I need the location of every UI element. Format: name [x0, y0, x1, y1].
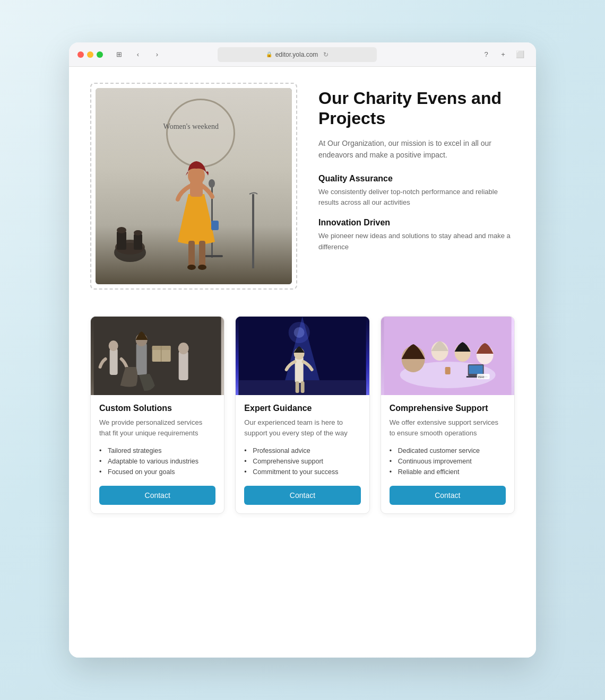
hero-description: At Our Organization, our mission is to e…	[318, 137, 515, 161]
svg-point-14	[198, 265, 206, 270]
svg-rect-31	[296, 381, 299, 393]
card-image-1	[91, 317, 224, 395]
contact-button-3[interactable]: Contact	[390, 486, 506, 505]
feature-innovation-desc: We pioneer new ideas and solutions to st…	[318, 231, 515, 253]
card-img-svg-2	[236, 317, 369, 395]
stage-svg	[96, 88, 292, 284]
svg-point-5	[134, 230, 142, 235]
card-img-svg-3: ISHI	[381, 317, 514, 395]
svg-point-19	[109, 340, 118, 351]
svg-rect-18	[110, 348, 118, 375]
refresh-icon: ↻	[323, 51, 329, 58]
feature-innovation: Innovation Driven We pioneer new ideas a…	[318, 218, 515, 253]
card-list-1: Tailored strategies Adaptable to various…	[99, 445, 215, 477]
card-list-2: Professional advice Comprehensive suppor…	[244, 445, 360, 477]
url-text: editor.yola.com	[275, 51, 318, 58]
page-title: Our Charity Evens and Projects	[318, 88, 515, 129]
svg-text:ISHI: ISHI	[478, 375, 484, 379]
contact-button-1[interactable]: Contact	[99, 486, 215, 505]
card-body-2: Expert Guidance Our experienced team is …	[236, 395, 369, 513]
list-item: Comprehensive support	[244, 456, 360, 467]
help-button[interactable]: ?	[479, 47, 494, 62]
svg-point-3	[117, 227, 126, 233]
card-title-3: Comprehensive Support	[390, 404, 506, 413]
right-panel: Our Charity Evens and Projects At Our Or…	[318, 83, 515, 262]
svg-rect-39	[445, 367, 450, 374]
list-item: Dedicated customer service	[390, 445, 506, 456]
card-img-svg-1	[91, 317, 224, 395]
hero-image: Women's weekend	[96, 88, 292, 284]
list-item: Adaptable to various industries	[99, 456, 215, 467]
back-button[interactable]: ‹	[131, 47, 145, 62]
card-body-3: Comprehensive Support We offer extensive…	[381, 395, 514, 513]
cards-section: Custom Solutions We provide personalized…	[90, 316, 515, 514]
lock-icon: 🔒	[266, 51, 272, 57]
svg-point-34	[294, 327, 305, 338]
card-image-2	[236, 317, 369, 395]
card-body-1: Custom Solutions We provide personalized…	[91, 395, 224, 513]
svg-rect-11	[188, 241, 195, 267]
traffic-light-red[interactable]	[77, 51, 84, 58]
extensions-button[interactable]: ⬜	[513, 47, 528, 62]
hero-image-container: Women's weekend	[90, 83, 297, 290]
svg-rect-15	[211, 221, 219, 230]
forward-button[interactable]: ›	[150, 47, 165, 62]
browser-window: ⊞ ‹ › 🔒 editor.yola.com ↻ ? + ⬜ Women's …	[69, 42, 536, 658]
feature-quality-desc: We consistently deliver top-notch perfor…	[318, 187, 515, 209]
list-item: Tailored strategies	[99, 445, 215, 456]
svg-rect-4	[134, 234, 142, 250]
card-desc-1: We provide personalized services that fi…	[99, 417, 215, 438]
svg-rect-20	[136, 343, 147, 375]
traffic-light-green[interactable]	[97, 51, 103, 58]
card-image-3: ISHI	[381, 317, 514, 395]
svg-rect-12	[199, 241, 205, 267]
svg-rect-2	[117, 231, 126, 250]
card-title-2: Expert Guidance	[244, 404, 360, 413]
feature-quality: Quality Assurance We consistently delive…	[318, 174, 515, 209]
traffic-light-yellow[interactable]	[87, 51, 93, 58]
card-list-3: Dedicated customer service Continuous im…	[390, 445, 506, 477]
svg-rect-25	[179, 351, 188, 380]
svg-point-8	[209, 179, 215, 188]
browser-toolbar: ⊞ ‹ › 🔒 editor.yola.com ↻ ? + ⬜	[69, 42, 536, 67]
list-item: Focused on your goals	[99, 467, 215, 477]
list-item: Continuous improvement	[390, 456, 506, 467]
card-comprehensive-support: ISHI Comprehensive Support We offer exte…	[381, 316, 515, 514]
sidebar-toggle-button[interactable]: ⊞	[111, 47, 126, 62]
card-desc-2: Our experienced team is here to support …	[244, 417, 360, 438]
svg-rect-43	[469, 365, 482, 374]
contact-button-2[interactable]: Contact	[244, 486, 360, 505]
list-item: Professional advice	[244, 445, 360, 456]
card-title-1: Custom Solutions	[99, 404, 215, 413]
feature-innovation-title: Innovation Driven	[318, 218, 515, 228]
card-expert-guidance: Expert Guidance Our experienced team is …	[235, 316, 369, 514]
toolbar-right: ? + ⬜	[479, 47, 528, 62]
list-item: Reliable and efficient	[390, 467, 506, 477]
traffic-lights	[77, 51, 103, 58]
svg-rect-29	[295, 356, 304, 383]
svg-point-13	[187, 265, 196, 270]
svg-point-26	[178, 343, 189, 354]
feature-quality-title: Quality Assurance	[318, 174, 515, 183]
card-custom-solutions: Custom Solutions We provide personalized…	[90, 316, 224, 514]
browser-content: Women's weekend	[69, 67, 536, 658]
dashed-border: Women's weekend	[90, 83, 297, 290]
svg-rect-16	[252, 194, 254, 268]
card-desc-3: We offer extensive support services to e…	[390, 417, 506, 438]
top-section: Women's weekend	[90, 83, 515, 290]
svg-rect-32	[301, 381, 305, 393]
list-item: Commitment to your success	[244, 467, 360, 477]
new-tab-button[interactable]: +	[496, 47, 511, 62]
address-bar[interactable]: 🔒 editor.yola.com ↻	[218, 47, 377, 62]
